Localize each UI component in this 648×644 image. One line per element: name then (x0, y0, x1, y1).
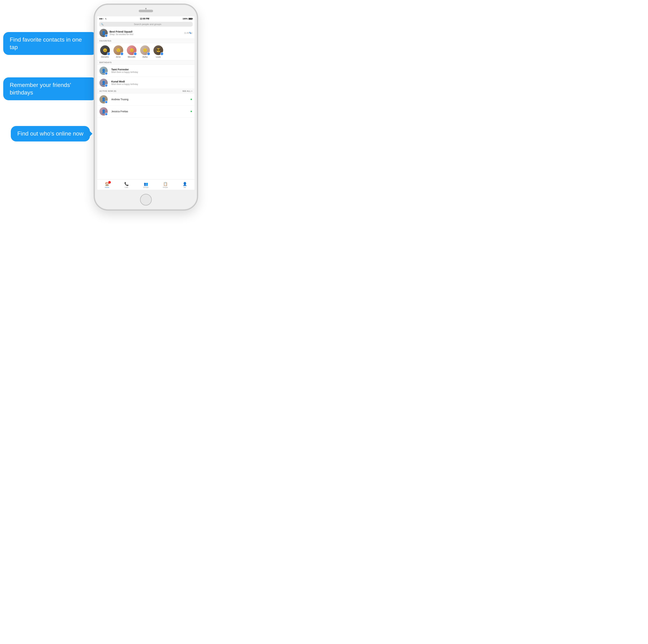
groups-icon: 👥 (144, 182, 148, 186)
birthday-item-kunal[interactable]: 👤 ✉ Kunal Modi Wish them a happy birthda… (97, 77, 195, 89)
avatar-demetric: 😐 ✉ (100, 45, 110, 55)
fav-item-astha[interactable]: 🙂 ✉ Astha (139, 45, 151, 58)
fav-item-zeev[interactable]: 🙂 ✉ Ze'ev (112, 45, 125, 58)
tab-people-label: People (163, 186, 168, 188)
tab-calls-label: Calls (125, 186, 128, 188)
calls-icon: 📞 (124, 182, 129, 186)
birthday-sub-kunal: Wish them a happy birthday (111, 83, 192, 85)
active-name-jessica: Jessica Freitas (111, 110, 190, 113)
home-badge: 1 (108, 181, 111, 184)
avatar-meredith: 😊 ✉ (127, 45, 137, 55)
birthday-info-tami: Tami Forrester Wish them a happy birthda… (111, 68, 192, 73)
fav-name-louis: Louis (156, 56, 161, 58)
phone-speaker (139, 10, 153, 12)
search-icon: 🔍 (101, 23, 104, 25)
birthday-item-tami[interactable]: 👤 ✉ Tami Forrester Wish them a happy bir… (97, 65, 195, 77)
signal-icon (99, 18, 104, 20)
chat-preview-bestfriend: Shep: So excited for this! (109, 33, 184, 36)
home-button[interactable] (140, 194, 152, 206)
section-header-favorites: FAVORITES (97, 39, 195, 43)
active-name-andrew: Andrew Truong (111, 98, 190, 101)
online-indicator-jessica (190, 110, 192, 113)
tab-home-label: Home (105, 186, 109, 188)
bubble-online: Find out who's online now (11, 126, 90, 141)
messenger-badge-louis: ✉ (160, 52, 164, 55)
tab-bar: 🏠 1 Home 📞 Calls 👥 Groups 📋 People 👤 Me (97, 179, 195, 190)
battery-icon (188, 18, 192, 20)
online-indicator-andrew (190, 98, 192, 101)
fav-name-astha: Astha (143, 56, 148, 58)
status-bar: ∿ 12:00 PM 100% (97, 16, 195, 21)
messenger-badge-astha: ✉ (147, 52, 150, 55)
active-item-andrew[interactable]: 👤 ✉ Andrew Truong (97, 94, 195, 106)
tab-me[interactable]: 👤 Me (175, 181, 195, 188)
messenger-badge: ✉ (105, 34, 108, 37)
fav-item-louis[interactable]: 😎 ✉ Louis (152, 45, 165, 58)
wifi-icon: ∿ (105, 18, 106, 20)
fav-name-zeev: Ze'ev (116, 56, 121, 58)
battery-fill (189, 18, 192, 19)
see-all-button[interactable]: SEE ALL > (182, 90, 192, 92)
birthday-name-tami: Tami Forrester (111, 68, 192, 71)
search-bar[interactable]: 🔍 Search people and groups (99, 22, 193, 26)
compose-button[interactable]: ✎ (189, 31, 192, 35)
status-right: 100% (182, 18, 192, 20)
me-icon: 👤 (182, 182, 187, 186)
avatar-wrap-bestfriend: 👤 ✉ (99, 29, 108, 37)
status-time: 12:00 PM (140, 17, 149, 20)
tab-people[interactable]: 📋 People (156, 181, 175, 188)
tab-calls[interactable]: 📞 Calls (117, 181, 136, 188)
messenger-badge-andrew: ✉ (105, 101, 108, 104)
phone-screen: ∿ 12:00 PM 100% 🔍 Search people and grou… (97, 16, 195, 190)
messenger-badge-meredith: ✉ (133, 52, 137, 55)
avatar-wrap-andrew: 👤 ✉ (99, 95, 108, 104)
fav-name-demetric: Demetric (101, 56, 109, 58)
avatar-wrap-jessica: 👤 ✉ (99, 107, 108, 116)
tab-groups-label: Groups (143, 186, 149, 188)
fav-item-demetric[interactable]: 😐 ✉ Demetric (99, 45, 111, 58)
avatar-wrap-tami: 👤 ✉ (99, 67, 108, 75)
messenger-badge-demetric: ✉ (107, 52, 110, 55)
phone-shell: ∿ 12:00 PM 100% 🔍 Search people and grou… (94, 4, 198, 211)
home-icon: 🏠 1 (105, 182, 109, 186)
battery-percentage: 100% (182, 18, 188, 20)
birthday-sub-tami: Wish them a happy birthday (111, 71, 192, 73)
favorites-row: 😐 ✉ Demetric 🙂 ✉ Ze'ev 😊 ✉ Meredith (97, 43, 195, 60)
avatar-louis: 😎 ✉ (153, 45, 163, 55)
bubble-favorites: Find favorite contacts in one tap (3, 32, 97, 55)
bubble-birthdays: Remember your friends' birthdays (3, 77, 97, 100)
status-left: ∿ (99, 18, 106, 20)
birthday-name-kunal: Kunal Modi (111, 80, 192, 83)
tab-me-label: Me (184, 186, 186, 188)
fav-name-meredith: Meredith (128, 56, 136, 58)
chat-name-bestfriend: Best Friend Squad! (109, 30, 184, 33)
active-now-header: ACTIVE NOW (8) SEE ALL > (97, 89, 195, 94)
active-now-title: ACTIVE NOW (8) (99, 90, 116, 92)
search-input[interactable]: Search people and groups (104, 23, 191, 25)
chat-info-bestfriend: Best Friend Squad! Shep: So excited for … (109, 30, 184, 36)
tab-groups[interactable]: 👥 Groups (136, 181, 156, 188)
people-icon: 📋 (163, 182, 168, 186)
messenger-badge-tami: ✉ (105, 72, 108, 75)
birthday-info-kunal: Kunal Modi Wish them a happy birthday (111, 80, 192, 85)
chat-item-bestfriend[interactable]: 👤 ✉ Best Friend Squad! Shep: So excited … (97, 27, 195, 39)
avatar-zeev: 🙂 ✉ (113, 45, 123, 55)
active-item-jessica[interactable]: 👤 ✉ Jessica Freitas (97, 106, 195, 118)
tab-home[interactable]: 🏠 1 Home (97, 181, 117, 188)
avatar-astha: 🙂 ✉ (140, 45, 150, 55)
avatar-wrap-kunal: 👤 ✉ (99, 79, 108, 87)
messenger-badge-zeev: ✉ (120, 52, 123, 55)
section-header-birthdays: BIRTHDAYS (97, 60, 195, 65)
messenger-badge-jessica: ✉ (105, 113, 108, 116)
messenger-badge-kunal: ✉ (105, 84, 108, 87)
fav-item-meredith[interactable]: 😊 ✉ Meredith (125, 45, 138, 58)
